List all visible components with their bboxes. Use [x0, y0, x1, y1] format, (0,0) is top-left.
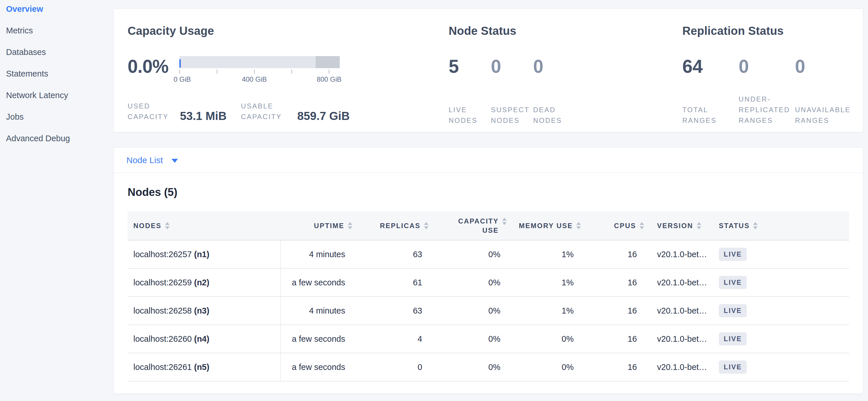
sidebar-item-advanced-debug[interactable]: Advanced Debug	[6, 133, 114, 144]
capacity-usage-title: Capacity Usage	[128, 24, 449, 38]
replication-status-title: Replication Status	[682, 24, 851, 38]
node-id: (n2)	[194, 278, 209, 287]
sidebar-item-jobs[interactable]: Jobs	[6, 111, 114, 122]
node-id: (n5)	[194, 363, 209, 372]
sort-icon	[576, 222, 581, 229]
page: Overview Metrics Databases Statements Ne…	[0, 0, 868, 401]
node-id: (n4)	[194, 334, 209, 343]
live-nodes-value: 5	[449, 56, 491, 77]
uptime-cell: 4 minutes	[281, 240, 352, 268]
axis-label-400: 400 GiB	[242, 75, 267, 83]
column-label: MEMORY USE	[519, 222, 573, 230]
node-address-link[interactable]: localhost:26261	[133, 363, 192, 372]
live-nodes-label: LIVE NODES	[449, 105, 491, 126]
column-header-capacity-use[interactable]: CAPACITY USE	[429, 211, 507, 240]
sidebar-item-statements[interactable]: Statements	[6, 68, 114, 79]
capacity-bar-chart: 0 GiB 400 GiB 800 GiB	[179, 56, 340, 84]
cpus-cell: 16	[581, 296, 644, 325]
column-header-uptime[interactable]: UPTIME	[281, 211, 352, 240]
replicas-cell: 4	[352, 325, 429, 353]
table-row: localhost:26257 (n1) 4 minutes 63 0% 1% …	[128, 240, 849, 268]
memory-use-cell: 1%	[507, 296, 581, 325]
capacity-use-cell: 0%	[429, 240, 507, 268]
nodes-table: NODES UPTIME REPLICAS CAPACITY USE	[128, 211, 849, 381]
sort-icon	[424, 222, 429, 229]
sidebar-item-metrics[interactable]: Metrics	[6, 25, 114, 36]
uptime-cell: a few seconds	[281, 325, 352, 353]
nodes-count-title: Nodes (5)	[128, 185, 849, 199]
column-label: VERSION	[657, 222, 693, 230]
live-nodes-stat: 5 LIVE NODES	[449, 56, 491, 126]
main-content: Capacity Usage 0.0% 0 GiB 400 Gi	[114, 0, 868, 401]
unavailable-ranges-label: UNAVAILABLE RANGES	[795, 105, 851, 126]
capacity-use-cell: 0%	[429, 296, 507, 325]
node-status-title: Node Status	[449, 24, 682, 38]
node-id: (n1)	[194, 250, 209, 259]
column-header-memory-use[interactable]: MEMORY USE	[507, 211, 581, 240]
used-capacity-value: 53.1 MiB	[180, 110, 226, 122]
replication-status-section: Replication Status 64 TOTAL RANGES 0 UND…	[682, 24, 851, 124]
status-badge: LIVE	[719, 304, 747, 317]
node-list-dropdown[interactable]: Node List	[126, 155, 178, 165]
total-ranges-label: TOTAL RANGES	[682, 105, 739, 126]
uptime-cell: a few seconds	[281, 353, 352, 381]
sidebar-item-network-latency[interactable]: Network Latency	[6, 90, 114, 101]
capacity-bar-reserved-segment	[316, 56, 340, 68]
capacity-used-percent: 0.0%	[128, 56, 179, 84]
node-address-link[interactable]: localhost:26257	[133, 250, 192, 259]
usable-capacity-value: 859.7 GiB	[297, 110, 349, 122]
replicas-cell: 0	[352, 353, 429, 381]
column-label: UPTIME	[314, 222, 344, 230]
uptime-cell: 4 minutes	[281, 296, 352, 325]
dead-nodes-stat: 0 DEAD NODES	[533, 56, 576, 126]
capacity-use-cell: 0%	[429, 325, 507, 353]
sort-icon	[165, 222, 169, 229]
node-address-link[interactable]: localhost:26258	[133, 306, 192, 315]
version-cell: v20.1.0-bet…	[644, 268, 713, 296]
version-cell: v20.1.0-bet…	[644, 353, 713, 381]
sidebar-item-databases[interactable]: Databases	[6, 47, 114, 58]
table-row: localhost:26258 (n3) 4 minutes 63 0% 1% …	[128, 296, 849, 325]
suspect-nodes-value: 0	[491, 56, 533, 77]
status-badge: LIVE	[719, 361, 747, 374]
sort-icon	[502, 218, 507, 225]
memory-use-cell: 1%	[507, 268, 581, 296]
version-cell: v20.1.0-bet…	[644, 296, 713, 325]
dead-nodes-label: DEAD NODES	[533, 105, 576, 126]
capacity-use-cell: 0%	[429, 353, 507, 381]
node-id: (n3)	[194, 306, 209, 315]
axis-label-800: 800 GiB	[317, 75, 342, 83]
uptime-cell: a few seconds	[281, 268, 352, 296]
column-header-replicas[interactable]: REPLICAS	[352, 211, 429, 240]
capacity-use-cell: 0%	[429, 268, 507, 296]
under-replicated-ranges-label: UNDER-REPLICATED RANGES	[739, 94, 795, 126]
sidebar-item-overview[interactable]: Overview	[6, 3, 114, 15]
node-address-link[interactable]: localhost:26259	[133, 278, 192, 287]
column-label: CPUS	[614, 222, 636, 230]
memory-use-cell: 1%	[507, 240, 581, 268]
node-list-dropdown-label: Node List	[126, 155, 163, 165]
version-cell: v20.1.0-bet…	[644, 325, 713, 353]
cluster-summary-panel: Capacity Usage 0.0% 0 GiB 400 Gi	[114, 9, 863, 132]
nodes-section: Nodes (5) NODES UPTIME	[114, 173, 863, 394]
unavailable-ranges-value: 0	[795, 56, 851, 77]
axis-label-0: 0 GiB	[174, 75, 191, 83]
column-header-status[interactable]: STATUS	[713, 211, 849, 240]
node-list-dropdown-row: Node List	[114, 148, 863, 173]
capacity-axis-labels: 0 GiB 400 GiB 800 GiB	[179, 75, 340, 84]
node-address-link[interactable]: localhost:26260	[133, 334, 192, 343]
total-ranges-stat: 64 TOTAL RANGES	[682, 56, 739, 126]
cpus-cell: 16	[581, 353, 644, 381]
column-header-version[interactable]: VERSION	[644, 211, 713, 240]
suspect-nodes-label: SUSPECT NODES	[491, 105, 533, 126]
sort-icon	[348, 222, 352, 229]
node-list-panel: Node List Nodes (5) NODES	[114, 147, 863, 394]
under-replicated-ranges-value: 0	[739, 56, 795, 77]
sort-icon	[753, 222, 757, 229]
column-header-cpus[interactable]: CPUS	[581, 211, 644, 240]
suspect-nodes-stat: 0 SUSPECT NODES	[491, 56, 533, 126]
version-cell: v20.1.0-bet…	[644, 240, 713, 268]
column-header-nodes[interactable]: NODES	[128, 211, 281, 240]
under-replicated-ranges-stat: 0 UNDER-REPLICATED RANGES	[739, 56, 795, 126]
column-label: STATUS	[719, 222, 750, 230]
